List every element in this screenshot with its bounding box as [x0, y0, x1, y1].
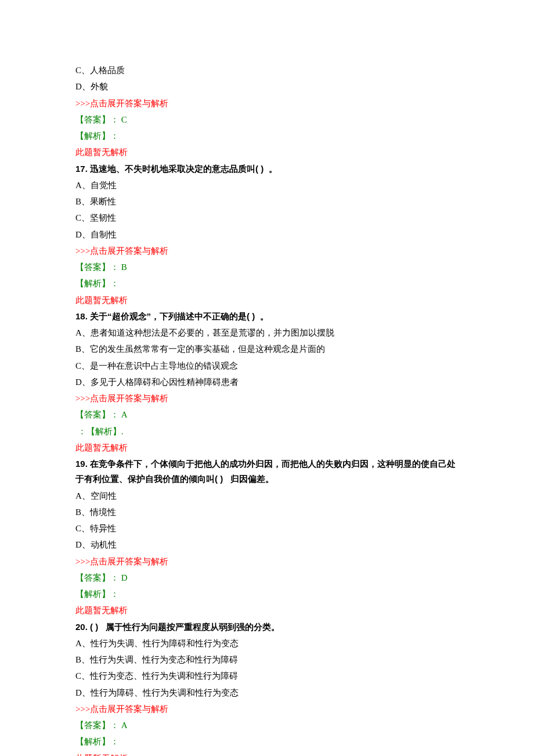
- q20-answer: 【答案】： A: [75, 718, 459, 733]
- q19-option-b: B、情境性: [75, 505, 459, 520]
- q19-option-d: D、动机性: [75, 537, 459, 552]
- q18-option-b: B、它的发生虽然常常有一定的事实基础，但是这种观念是片面的: [75, 341, 459, 357]
- q17-option-c: C、坚韧性: [75, 210, 459, 225]
- q19-no-jiexi: 此题暂无解析: [75, 603, 459, 618]
- q16-answer: 【答案】： C: [75, 112, 459, 127]
- q17-no-jiexi: 此题暂无解析: [75, 293, 459, 308]
- q16-option-d: D、外貌: [75, 79, 459, 94]
- q19-answer: 【答案】： D: [75, 570, 459, 585]
- q17-jiexi-label: 【解析】：: [75, 276, 459, 291]
- q18-option-d: D、多见于人格障碍和心因性精神障碍患者: [75, 375, 459, 390]
- q20-option-d: D、性行为障碍、性行为失调和性行为变态: [75, 685, 459, 700]
- q16-toggle-answer[interactable]: >>>点击展开答案与解析: [75, 96, 459, 111]
- q20-option-a: A、性行为失调、性行为障碍和性行为变态: [75, 636, 459, 651]
- q20-no-jiexi: 此题暂无解析: [75, 751, 459, 757]
- q19-jiexi-label: 【解析】：: [75, 586, 459, 602]
- q18-stem: 18. 关于“超价观念”，下列描述中不正确的是( ) 。: [75, 309, 459, 324]
- q17-answer: 【答案】： B: [75, 260, 459, 275]
- q18-answer: 【答案】： A: [75, 407, 459, 422]
- q20-stem: 20. ( ) 属于性行为问题按严重程度从弱到强的分类。: [75, 620, 459, 635]
- q16-no-jiexi: 此题暂无解析: [75, 145, 459, 160]
- q17-option-d: D、自制性: [75, 227, 459, 242]
- q20-toggle-answer[interactable]: >>>点击展开答案与解析: [75, 701, 459, 717]
- q18-jiexi-line2: ：【解析】.: [75, 424, 459, 439]
- q18-option-c: C、是一种在意识中占主导地位的错误观念: [75, 358, 459, 373]
- q16-jiexi-label: 【解析】：: [75, 128, 459, 143]
- q19-option-a: A、空间性: [75, 488, 459, 503]
- q17-option-a: A、自觉性: [75, 178, 459, 193]
- q20-jiexi-label: 【解析】：: [75, 734, 459, 749]
- q17-toggle-answer[interactable]: >>>点击展开答案与解析: [75, 243, 459, 258]
- q19-option-c: C、特异性: [75, 521, 459, 536]
- q16-option-c: C、人格品质: [75, 63, 459, 78]
- q20-option-c: C、性行为变态、性行为失调和性行为障碍: [75, 668, 459, 683]
- q17-option-b: B、果断性: [75, 194, 459, 209]
- q18-toggle-answer[interactable]: >>>点击展开答案与解析: [75, 391, 459, 406]
- q18-option-a: A、患者知道这种想法是不必要的，甚至是荒谬的，并力图加以摆脱: [75, 325, 459, 340]
- q20-option-b: B、性行为失调、性行为变态和性行为障碍: [75, 652, 459, 667]
- q19-toggle-answer[interactable]: >>>点击展开答案与解析: [75, 554, 459, 569]
- q17-stem: 17. 迅速地、不失时机地采取决定的意志品质叫( ) 。: [75, 161, 459, 177]
- page-content: C、人格品质 D、外貌 >>>点击展开答案与解析 【答案】： C 【解析】： 此…: [0, 0, 534, 756]
- q19-stem: 19. 在竞争条件下，个体倾向于把他人的成功外归因，而把他人的失败内归因，这种明…: [75, 456, 459, 487]
- q18-no-jiexi: 此题暂无解析: [75, 440, 459, 455]
